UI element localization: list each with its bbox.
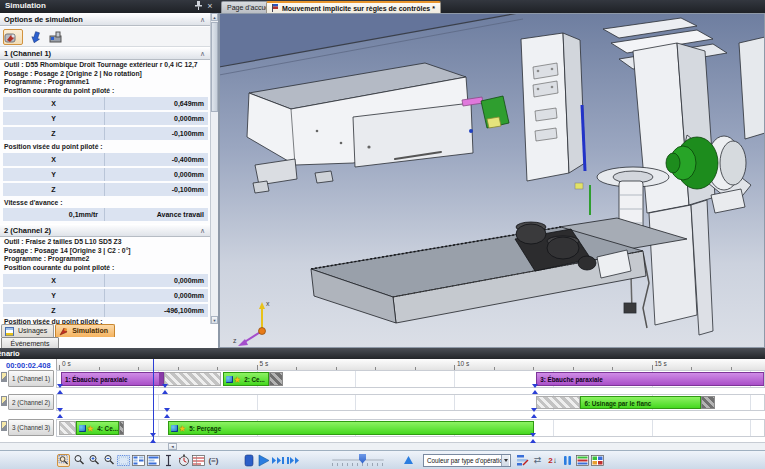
tab-simulation[interactable]: Simulation	[55, 324, 115, 337]
timeline-bar[interactable]	[701, 396, 715, 409]
step-forward-button[interactable]	[272, 454, 285, 467]
channel-edit-icon[interactable]	[1, 396, 7, 406]
stopwatch-icon[interactable]	[177, 454, 190, 467]
timeline-bar[interactable]	[269, 372, 283, 386]
grid-dotted-icon[interactable]	[117, 454, 130, 467]
grid-color-2-icon[interactable]	[591, 454, 604, 467]
chevron-down-icon	[501, 455, 509, 466]
channel2-pos-courante-label: Position courante du point piloté :	[0, 264, 211, 273]
speed-up-icon[interactable]	[402, 454, 415, 467]
sort-icon[interactable]: 2↓	[546, 454, 559, 467]
channel2-programme: Programme : Programme2	[0, 255, 211, 264]
step-to-end-button[interactable]	[287, 454, 300, 467]
scroll-left-icon[interactable]: ◄	[168, 443, 177, 450]
gridline	[355, 371, 356, 387]
refresh-icon[interactable]: ⇄	[531, 454, 544, 467]
channel2-track[interactable]: 6: Usinage par le flanc	[56, 394, 765, 411]
timeline-bar[interactable]	[164, 372, 221, 386]
scroll-down-icon[interactable]: ▼	[211, 316, 218, 324]
timeline-bar[interactable]: ★2: Ce...	[223, 372, 269, 386]
play-button[interactable]	[257, 454, 270, 467]
zoom-in-icon[interactable]	[87, 454, 100, 467]
scrollbar-thumb[interactable]	[211, 22, 218, 112]
timeline-bar[interactable]: 1: Ébauche paraxiale	[61, 372, 164, 386]
timeline-bar[interactable]: ★4: Ce...	[76, 421, 119, 435]
timeline-bar[interactable]	[536, 396, 580, 409]
color-mode-select[interactable]: Couleur par type d'opération	[423, 454, 511, 467]
machine-icon[interactable]	[48, 29, 68, 45]
channel1-row-label[interactable]: 1 (Channel 1)	[8, 370, 54, 387]
tab-usinages[interactable]: Usinages	[1, 324, 54, 337]
tab-mouvement-implicite[interactable]: Mouvement implicite sur règles de contrô…	[266, 1, 441, 13]
options-section-header[interactable]: Options de simulation∧	[0, 13, 211, 26]
table-row: 0,1mm/trAvance travail	[3, 208, 208, 221]
table-row: Z-0,100mm	[3, 183, 208, 196]
gantt-edit-icon[interactable]	[516, 454, 529, 467]
grid-color-1-icon[interactable]	[576, 454, 589, 467]
channel-edit-icon[interactable]	[1, 372, 7, 382]
bar-label: 6: Usinage par le flanc	[581, 400, 651, 407]
timeline-hscrollbar[interactable]: ◄	[0, 443, 765, 450]
slider-track[interactable]	[332, 459, 384, 461]
table-a-icon[interactable]	[132, 454, 145, 467]
ruler-label: 15 s	[655, 360, 667, 367]
bar-label: 4: Ce...	[94, 425, 118, 432]
table-row: Y0,000mm	[3, 112, 208, 125]
channel3-track[interactable]: ★4: Ce...★5: Perçage	[56, 419, 765, 437]
star-icon: ★	[87, 425, 93, 432]
panel-scrollbar[interactable]: ▲ ▼	[210, 13, 218, 324]
i-beam-icon[interactable]	[162, 454, 175, 467]
channel2-current-position-table: X0,000mm Y0,000mm Z-496,100mm	[3, 274, 208, 319]
table-row: Z-496,100mm	[3, 304, 208, 317]
usinages-icon	[5, 327, 14, 336]
gridline	[750, 420, 751, 436]
machine-3d-view[interactable]: x z	[219, 13, 765, 348]
zoom-icon[interactable]	[72, 454, 85, 467]
time-cursor[interactable]	[153, 359, 154, 442]
timeline-bar[interactable]: 6: Usinage par le flanc	[580, 396, 700, 409]
gridline	[355, 395, 356, 410]
timeline-bar[interactable]	[59, 421, 76, 435]
timeline-bar[interactable]: 3: Ébauche paraxiale	[536, 372, 765, 386]
chevron-up-icon: ∧	[200, 48, 205, 60]
panel-bottom-tabs: Usinages Simulation	[1, 324, 116, 337]
simulation-icon	[59, 327, 68, 336]
gridline	[553, 420, 554, 436]
pin-icon[interactable]	[193, 1, 203, 12]
gridline	[158, 395, 159, 410]
channel2-info: Outil : Fraise 2 tailles D5 L10 SD5 Z3 P…	[0, 238, 211, 273]
close-icon[interactable]: ×	[205, 1, 215, 12]
operation-icon	[171, 425, 178, 432]
channel2-section-header[interactable]: 2 (Channel 2)∧	[0, 224, 211, 237]
table-row: X0,649mm	[3, 97, 208, 110]
timeline-bar[interactable]	[119, 421, 124, 435]
bar-label: 1: Ébauche paraxiale	[62, 376, 128, 383]
table-b-icon[interactable]	[147, 454, 160, 467]
channel1-section-header[interactable]: 1 (Channel 1)∧	[0, 47, 211, 60]
ruler-label: 5 s	[260, 360, 269, 367]
pause-sync-icon[interactable]	[561, 454, 574, 467]
channel1-current-position-table: X0,649mm Y0,000mm Z-0,100mm	[3, 97, 208, 142]
zoom-out-icon[interactable]	[102, 454, 115, 467]
scroll-up-icon[interactable]: ▲	[211, 13, 218, 21]
timeline-bar[interactable]: ★5: Perçage	[168, 421, 534, 435]
timeline-body[interactable]: 00:00:02.408 0 s5 s10 s15 s 1 (Channel 1…	[0, 359, 765, 443]
channel3-row-label[interactable]: 3 (Channel 3)	[8, 419, 54, 436]
zoom-region-icon[interactable]	[57, 454, 70, 467]
gridline	[652, 420, 653, 436]
arrow-move-icon[interactable]	[26, 29, 46, 45]
bar-label: 5: Perçage	[186, 425, 221, 432]
channel-edit-icon[interactable]	[1, 421, 7, 431]
range-brackets-icon[interactable]: (≡)	[207, 454, 220, 467]
channel2-row-label[interactable]: 2 (Channel 2)	[8, 394, 54, 410]
speed-slider[interactable]	[332, 454, 384, 467]
stop-button[interactable]	[242, 454, 255, 467]
ruler-label: 10 s	[457, 360, 469, 367]
table-row: X0,000mm	[3, 274, 208, 287]
bar-label: 3: Ébauche paraxiale	[537, 376, 603, 383]
table-red-icon[interactable]	[192, 454, 205, 467]
gridline	[750, 395, 751, 410]
tool-display-icon[interactable]	[3, 29, 23, 45]
table-row: Z-0,100mm	[3, 127, 208, 140]
gridline	[454, 395, 455, 410]
